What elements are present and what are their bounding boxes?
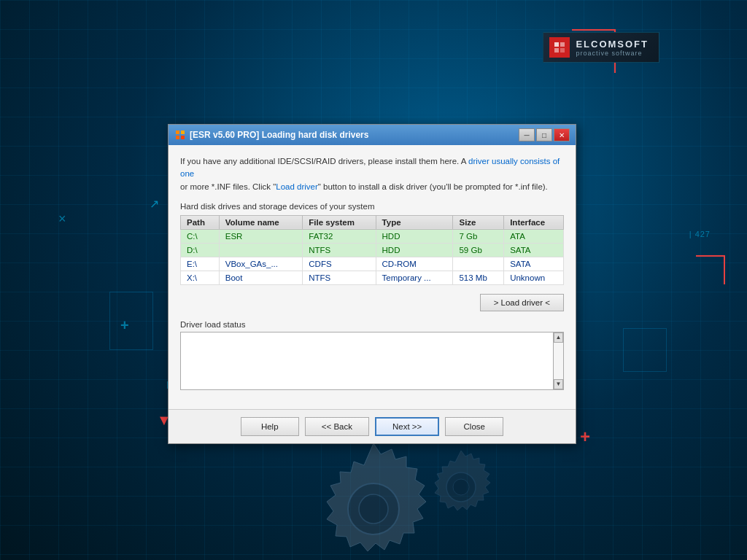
svg-rect-0 (554, 42, 559, 47)
section-heading: Hard disk drives and storage devices of … (180, 202, 564, 211)
dialog-body: If you have any additional IDE/SCSI/RAID… (169, 145, 576, 409)
status-label: Driver load status (180, 320, 564, 329)
dialog-title-left: [ESR v5.60 PRO] Loading hard disk driver… (174, 129, 368, 141)
svg-rect-3 (560, 48, 565, 52)
svg-point-5 (359, 494, 388, 524)
dialog-titlebar: [ESR v5.60 PRO] Loading hard disk driver… (169, 125, 576, 145)
col-interface: Interface (504, 215, 564, 229)
main-dialog: [ESR v5.60 PRO] Loading hard disk driver… (168, 124, 576, 444)
cell-type: HDD (376, 243, 453, 257)
status-box: ▲ ▼ (180, 332, 564, 390)
cell-type: Temporary ... (376, 271, 453, 284)
cell-interface: Unknown (504, 271, 564, 284)
dialog-controls[interactable]: ─ □ ✕ (519, 128, 570, 141)
svg-rect-2 (554, 48, 559, 52)
cell-size (453, 257, 504, 271)
table-row[interactable]: D:\ NTFS HDD 59 Gb SATA (181, 243, 564, 257)
disk-table: Path Volume name File system Type Size I… (180, 215, 564, 285)
cell-interface: ATA (504, 229, 564, 243)
dialog-footer: Help << Back Next >> Close (169, 409, 576, 443)
scroll-track (554, 343, 563, 379)
cell-interface: SATA (504, 257, 564, 271)
cell-fs: NTFS (303, 271, 376, 284)
elcomsoft-logo: ELCOMSOFT proactive software (543, 32, 659, 63)
cell-volume (219, 243, 302, 257)
col-fs: File system (303, 215, 376, 229)
deco-side-lines-left (109, 292, 153, 350)
back-button[interactable]: << Back (305, 417, 369, 436)
status-scrollbar[interactable]: ▲ ▼ (553, 332, 563, 389)
col-size: Size (453, 215, 504, 229)
next-button[interactable]: Next >> (375, 417, 439, 436)
cell-path: E:\ (181, 257, 220, 271)
svg-rect-11 (181, 136, 185, 139)
svg-point-7 (453, 479, 469, 495)
col-path: Path (181, 215, 220, 229)
svg-rect-10 (176, 136, 179, 139)
minimize-button[interactable]: ─ (519, 128, 535, 141)
svg-rect-1 (560, 42, 565, 47)
table-row[interactable]: C:\ ESR FAT32 HDD 7 Gb ATA (181, 229, 564, 243)
cell-path: X:\ (181, 271, 220, 284)
dialog-title: [ESR v5.60 PRO] Loading hard disk driver… (190, 130, 368, 140)
load-driver-area: > Load driver < (180, 294, 564, 311)
help-button[interactable]: Help (241, 417, 299, 436)
cell-volume: Boot (219, 271, 302, 284)
close-window-button[interactable]: ✕ (554, 128, 570, 141)
table-row[interactable]: E:\ VBox_GAs_... CDFS CD-ROM SATA (181, 257, 564, 271)
elcomsoft-subtitle: proactive software (576, 50, 649, 57)
deco-side-lines-right (623, 328, 667, 372)
scroll-up-arrow[interactable]: ▲ (554, 332, 563, 343)
table-row[interactable]: X:\ Boot NTFS Temporary ... 513 Mb Unkno… (181, 271, 564, 284)
cell-type: HDD (376, 229, 453, 243)
elcomsoft-icon (549, 37, 570, 58)
status-section: Driver load status ▲ ▼ (180, 320, 564, 390)
cell-type: CD-ROM (376, 257, 453, 271)
cell-fs: FAT32 (303, 229, 376, 243)
close-button[interactable]: Close (445, 417, 503, 436)
cell-path: D:\ (181, 243, 220, 257)
cell-size: 59 Gb (453, 243, 504, 257)
svg-rect-8 (176, 131, 179, 134)
cell-size: 513 Mb (453, 271, 504, 284)
cell-interface: SATA (504, 243, 564, 257)
dialog-icon (174, 129, 186, 141)
cell-size: 7 Gb (453, 229, 504, 243)
svg-rect-9 (181, 131, 185, 134)
cell-fs: NTFS (303, 243, 376, 257)
col-volume: Volume name (219, 215, 302, 229)
scroll-down-arrow[interactable]: ▼ (554, 379, 563, 389)
cell-fs: CDFS (303, 257, 376, 271)
dialog-intro: If you have any additional IDE/SCSI/RAID… (180, 155, 564, 193)
cell-volume: VBox_GAs_... (219, 257, 302, 271)
cell-path: C:\ (181, 229, 220, 243)
col-type: Type (376, 215, 453, 229)
elcomsoft-name: ELCOMSOFT (576, 39, 649, 50)
elcomsoft-text: ELCOMSOFT proactive software (576, 39, 649, 57)
load-driver-button[interactable]: > Load driver < (480, 294, 564, 311)
cell-volume: ESR (219, 229, 302, 243)
restore-button[interactable]: □ (536, 128, 552, 141)
